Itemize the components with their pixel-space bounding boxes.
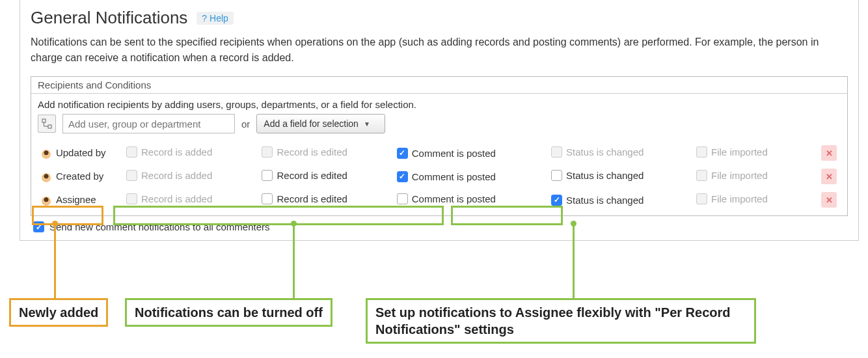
- delete-button[interactable]: ✕: [821, 192, 837, 208]
- checkbox-label: Status is changed: [566, 195, 644, 206]
- checkbox-file-imported: [696, 170, 707, 181]
- checkbox-label: Record is added: [141, 170, 212, 181]
- settings-panel: General Notifications ? Help Notificatio…: [20, 0, 859, 241]
- recipient-name: Updated by: [56, 147, 106, 158]
- page-title: General Notifications: [31, 8, 187, 28]
- recipient-name: Assignee: [56, 194, 96, 205]
- checkbox-label: Record is edited: [277, 193, 347, 204]
- svg-rect-0: [42, 119, 46, 122]
- org-tree-icon[interactable]: [38, 115, 56, 133]
- description-text: Notifications can be sent to the specifi…: [31, 34, 848, 66]
- checkbox-label: Comment is posted: [412, 148, 496, 159]
- chevron-down-icon: ▼: [364, 120, 370, 128]
- checkbox-comment-posted[interactable]: [397, 148, 408, 159]
- table-row: Assignee Record is added Record is edite…: [38, 189, 841, 210]
- checkbox-label: File imported: [711, 193, 768, 204]
- recipient-name: Created by: [56, 171, 103, 182]
- checkbox-label: Record is edited: [277, 170, 347, 181]
- section-instruction: Add notification recipients by adding us…: [38, 99, 841, 110]
- checkbox-label: File imported: [711, 146, 768, 158]
- checkbox-comment-posted[interactable]: [397, 193, 408, 204]
- checkbox-label: Comment is posted: [412, 171, 496, 182]
- checkbox-record-edited[interactable]: [262, 170, 273, 181]
- checkbox-file-imported: [696, 193, 707, 204]
- footer-checkbox-label: Send new comment notifications to all co…: [49, 221, 270, 232]
- checkbox-commenters[interactable]: [33, 221, 44, 232]
- avatar-icon: [42, 150, 51, 159]
- add-field-select-label: Add a field for selection: [264, 118, 359, 129]
- callout-newly-added: Newly added: [9, 298, 108, 327]
- checkbox-label: Comment is posted: [412, 193, 496, 204]
- recipients-table: Updated by Record is added Record is edi…: [38, 140, 841, 213]
- section-title: Recipients and Conditions: [31, 77, 847, 93]
- checkbox-label: Status is changed: [566, 170, 644, 181]
- add-field-select[interactable]: Add a field for selection ▼: [256, 114, 385, 133]
- checkbox-label: Status is changed: [566, 146, 644, 158]
- callout-flexible: Set up notifications to Assignee flexibl…: [366, 298, 756, 344]
- checkbox-record-added: [126, 193, 137, 204]
- header-row: General Notifications ? Help: [31, 8, 848, 28]
- checkbox-comment-posted[interactable]: [397, 171, 408, 182]
- table-row: Updated by Record is added Record is edi…: [38, 143, 841, 163]
- section-body: Add notification recipients by adding us…: [31, 93, 847, 215]
- checkbox-record-edited[interactable]: [262, 193, 273, 204]
- checkbox-label: Record is added: [141, 146, 212, 158]
- add-recipient-row: or Add a field for selection ▼: [38, 114, 841, 133]
- checkbox-record-added: [126, 170, 137, 181]
- checkbox-status-changed[interactable]: [551, 170, 562, 181]
- checkbox-label: Record is edited: [277, 146, 347, 158]
- checkbox-record-added: [126, 146, 137, 158]
- add-user-input[interactable]: [62, 114, 235, 133]
- or-label: or: [241, 118, 250, 130]
- recipients-section: Recipients and Conditions Add notificati…: [31, 76, 848, 216]
- checkbox-status-changed: [551, 146, 562, 158]
- footer-checkbox-row: Send new comment notifications to all co…: [31, 216, 848, 232]
- checkbox-label: Record is added: [141, 193, 212, 204]
- delete-button[interactable]: ✕: [821, 145, 837, 161]
- table-row: Created by Record is added Record is edi…: [38, 166, 841, 187]
- help-link[interactable]: ? Help: [197, 12, 233, 25]
- delete-button[interactable]: ✕: [821, 169, 837, 184]
- checkbox-file-imported: [696, 146, 707, 158]
- checkbox-label: File imported: [711, 170, 768, 181]
- svg-rect-1: [48, 125, 51, 128]
- checkbox-record-edited: [262, 146, 273, 158]
- checkbox-status-changed[interactable]: [551, 195, 562, 206]
- avatar-icon: [42, 197, 51, 206]
- avatar-icon: [42, 173, 51, 182]
- callout-turned-off: Notifications can be turned off: [125, 298, 332, 327]
